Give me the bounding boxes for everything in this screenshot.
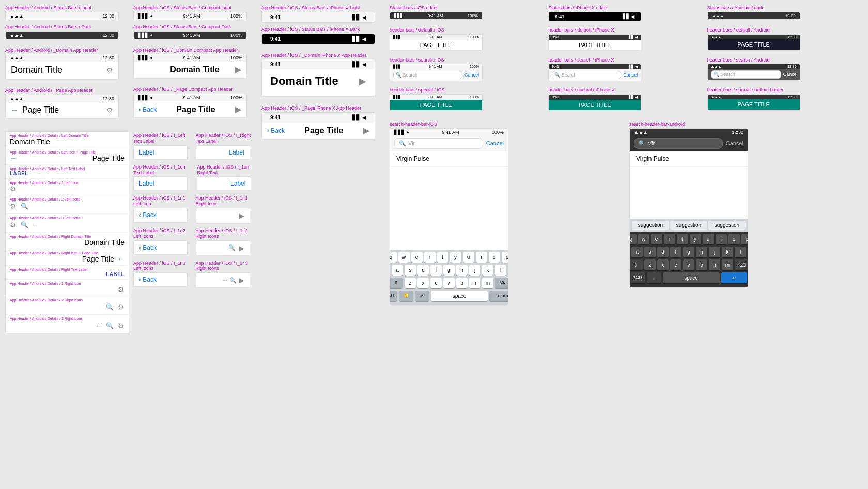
ios-back-3r-left[interactable]: ‹ Back (139, 276, 157, 283)
gear-icon-page[interactable]: ⚙ (106, 106, 113, 114)
and-key-z[interactable]: z (644, 259, 656, 270)
suggestion-2[interactable]: suggestion (670, 221, 707, 230)
key-v[interactable]: v (443, 278, 455, 288)
dots-icon-r3[interactable]: ··· (97, 322, 102, 329)
key-h[interactable]: h (456, 265, 468, 276)
and-key-backspace[interactable]: ⌫ (735, 259, 748, 270)
and-key-nums[interactable]: ?123 (631, 272, 645, 283)
android-search-input[interactable]: 🔍 Vir (634, 138, 723, 149)
and-key-w[interactable]: w (638, 234, 649, 244)
and-key-shift[interactable]: ⇧ (629, 259, 643, 270)
and-key-comma[interactable]: , (647, 272, 661, 283)
gear-icon-r2[interactable]: ⚙ (118, 303, 125, 311)
key-backspace[interactable]: ⌫ (495, 278, 508, 288)
and-key-t[interactable]: t (677, 234, 688, 244)
search-input-mini-ios[interactable]: 🔍 Search (393, 71, 462, 79)
key-j[interactable]: j (469, 265, 481, 276)
gear-icon-2[interactable]: ⚙ (10, 202, 17, 210)
ios-back-xp[interactable]: ‹ Back (267, 127, 285, 134)
back-arrow-detail[interactable] (10, 154, 17, 162)
gear-icon-right-1[interactable]: ⚙ (118, 285, 125, 294)
and-key-m[interactable]: m (722, 259, 733, 270)
gear-icon[interactable]: ⚙ (106, 66, 113, 74)
and-key-e[interactable]: e (651, 234, 662, 244)
and-key-q[interactable]: q (629, 234, 637, 244)
and-key-s[interactable]: s (644, 247, 656, 257)
key-c[interactable]: c (430, 278, 442, 288)
and-key-k[interactable]: k (722, 247, 733, 257)
key-z[interactable]: z (405, 278, 416, 288)
ios-back-1r-left[interactable]: ‹ Back (139, 211, 157, 219)
gear-icon-1[interactable]: ⚙ (10, 185, 17, 193)
key-w[interactable]: w (398, 252, 410, 263)
key-y[interactable]: y (450, 252, 461, 263)
key-g[interactable]: g (443, 265, 455, 276)
search-input-mini-x[interactable]: 🔍 Search (552, 71, 621, 79)
and-key-g[interactable]: g (683, 247, 694, 257)
gear-icon-r3[interactable]: ⚙ (118, 322, 125, 330)
ios-cancel-btn[interactable]: Cancel (486, 140, 504, 146)
and-key-l[interactable]: l (735, 247, 746, 257)
and-key-p[interactable]: p (741, 234, 749, 244)
and-key-o[interactable]: o (729, 234, 740, 244)
key-q[interactable]: q (390, 252, 397, 263)
search-icon-ios-3[interactable]: 🔍 (229, 277, 237, 284)
cancel-btn-mini-ios[interactable]: Cancel (464, 72, 479, 78)
key-e[interactable]: e (411, 252, 423, 263)
and-key-u[interactable]: u (703, 234, 714, 244)
and-key-x[interactable]: x (657, 259, 669, 270)
key-o[interactable]: o (489, 252, 500, 263)
android-cancel-btn[interactable]: Cancel (726, 140, 743, 146)
and-key-d[interactable]: d (657, 247, 669, 257)
and-key-j[interactable]: j (709, 247, 720, 257)
play-icon-xp[interactable]: ▶ (363, 126, 369, 135)
and-key-y[interactable]: y (690, 234, 701, 244)
key-k[interactable]: k (482, 265, 493, 276)
dots-icon-ios[interactable]: ··· (222, 277, 227, 283)
key-u[interactable]: u (463, 252, 474, 263)
key-numbers[interactable]: 7123 (390, 291, 397, 301)
key-space[interactable]: space (431, 291, 488, 301)
key-voice[interactable]: 🎤 (415, 291, 429, 301)
key-a[interactable]: a (392, 265, 403, 276)
key-n[interactable]: n (469, 278, 481, 288)
key-b[interactable]: b (456, 278, 468, 288)
and-key-space[interactable]: space (663, 272, 720, 283)
search-icon-ios[interactable]: 🔍 (228, 244, 236, 251)
ios-search-input[interactable]: 🔍 Vir (394, 138, 483, 149)
key-r[interactable]: r (424, 252, 436, 263)
back-arrow-right[interactable] (117, 255, 125, 263)
key-t[interactable]: t (437, 252, 448, 263)
back-arrow-icon[interactable] (11, 106, 18, 114)
and-key-n[interactable]: n (709, 259, 720, 270)
play-icon[interactable]: ▶ (235, 65, 241, 74)
key-x[interactable]: x (417, 278, 429, 288)
key-f[interactable]: f (430, 265, 442, 276)
key-m[interactable]: m (482, 278, 493, 288)
search-icon-r2[interactable]: 🔍 (106, 303, 114, 311)
circle-icon-r3[interactable]: ▶ (239, 276, 244, 284)
key-return[interactable]: return (489, 291, 508, 301)
and-key-h[interactable]: h (696, 247, 707, 257)
dots-icon-3[interactable]: ··· (33, 221, 38, 228)
circle-icon-r2[interactable]: ▶ (239, 244, 244, 252)
search-icon-3[interactable]: 🔍 (21, 221, 28, 228)
and-key-b[interactable]: b (696, 259, 707, 270)
and-key-i[interactable]: i (716, 234, 727, 244)
ios-back-2r-left[interactable]: ‹ Back (139, 244, 157, 251)
key-d[interactable]: d (417, 265, 429, 276)
and-key-v[interactable]: v (683, 259, 694, 270)
key-emoji[interactable]: 🙂 (399, 291, 413, 301)
search-icon-2[interactable]: 🔍 (21, 203, 28, 210)
suggestion-1[interactable]: suggestion (632, 221, 669, 230)
key-l[interactable]: l (495, 265, 506, 276)
and-key-f[interactable]: f (670, 247, 681, 257)
ios-back-chevron[interactable]: ‹ Back (139, 106, 157, 113)
and-key-r[interactable]: r (664, 234, 675, 244)
play-icon-page[interactable]: ▶ (235, 104, 241, 114)
key-shift[interactable]: ⇧ (390, 278, 403, 288)
play-icon-xd[interactable]: ▶ (359, 75, 366, 87)
and-key-c[interactable]: c (670, 259, 681, 270)
cancel-btn-mini-x[interactable]: Cancel (623, 72, 638, 78)
circle-icon[interactable]: ▶ (239, 211, 244, 220)
